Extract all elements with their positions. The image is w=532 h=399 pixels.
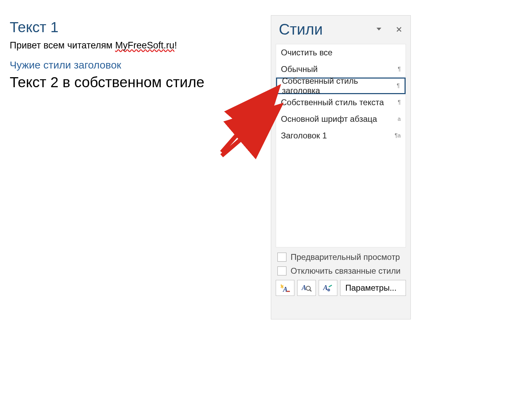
document-area: Текст 1 Привет всем читателям MyFreeSoft… (10, 19, 263, 90)
checkbox-preview[interactable] (277, 253, 286, 262)
heading-1: Текст 1 (10, 19, 263, 36)
svg-marker-0 (376, 28, 381, 30)
body-text: Привет всем читателям MyFreeSoft.ru! (10, 40, 263, 52)
style-item-mark: a (398, 116, 401, 122)
custom-style-text: Текст 2 в собственном стиле (10, 74, 263, 90)
annotation-arrow-2 (222, 111, 274, 156)
checkbox-disable-linked-label: Отключить связанные стили (291, 266, 400, 276)
style-item-label: Обычный (281, 64, 318, 74)
pane-dropdown-button[interactable] (374, 24, 384, 35)
svg-text:A: A (323, 284, 328, 291)
style-item-label: Собственный стиль заголовка (282, 76, 397, 96)
body-text-prefix: Привет всем читателям (10, 40, 115, 51)
body-text-suffix: ! (174, 40, 177, 51)
svg-text:A: A (301, 284, 306, 291)
chevron-down-icon (376, 28, 381, 31)
svg-line-7 (310, 290, 311, 291)
alt-heading: Чужие стили заголовок (10, 59, 263, 71)
style-item-label: Заголовок 1 (281, 131, 327, 140)
checkbox-disable-linked-row[interactable]: Отключить связанные стили (277, 266, 404, 276)
manage-styles-button[interactable]: A (319, 280, 337, 296)
pane-close-button[interactable] (394, 24, 404, 35)
styles-pane-title: Стили (279, 22, 364, 37)
style-inspector-icon: A (301, 283, 312, 292)
checkbox-preview-row[interactable]: Предварительный просмотр (277, 252, 404, 262)
styles-pane-header: Стили (271, 16, 410, 40)
style-item-label: Основной шрифт абзаца (281, 114, 377, 124)
style-item-default-paragraph-font[interactable]: Основной шрифт абзаца a (276, 111, 406, 127)
style-item-normal[interactable]: Обычный ¶ (276, 61, 406, 78)
style-item-custom-heading[interactable]: Собственный стиль заголовка ¶ (276, 78, 406, 94)
svg-rect-9 (329, 285, 332, 288)
close-icon (397, 27, 401, 32)
style-item-custom-text[interactable]: Собственный стиль текста ¶ (276, 94, 406, 111)
styles-pane-options: Предварительный просмотр Отключить связа… (277, 252, 404, 276)
style-item-mark: ¶ (397, 83, 400, 89)
styles-pane: Стили Очистить все Обычный ¶ Собственный… (271, 15, 411, 319)
style-inspector-button[interactable]: A (297, 280, 316, 296)
new-style-button[interactable]: A (276, 280, 294, 296)
new-style-icon: A (280, 283, 290, 292)
style-item-mark: ¶a (395, 133, 401, 139)
manage-styles-icon: A (323, 283, 333, 292)
annotation-arrow-1 (222, 93, 273, 152)
style-item-label: Очистить все (281, 48, 332, 57)
style-item-heading-1[interactable]: Заголовок 1 ¶a (276, 127, 406, 144)
style-item-mark: ¶ (398, 99, 401, 106)
checkbox-disable-linked[interactable] (277, 266, 286, 275)
checkbox-preview-label: Предварительный просмотр (291, 252, 400, 262)
style-item-clear-all[interactable]: Очистить все (276, 44, 406, 61)
style-item-mark: ¶ (398, 66, 401, 72)
styles-pane-footer: A A A Параметры... (276, 280, 406, 296)
style-item-label: Собственный стиль текста (281, 98, 384, 107)
styles-options-button[interactable]: Параметры... (340, 280, 406, 296)
styles-list: Очистить все Обычный ¶ Собственный стиль… (276, 44, 406, 247)
spelling-error-text: MyFreeSoft.ru (115, 40, 174, 51)
